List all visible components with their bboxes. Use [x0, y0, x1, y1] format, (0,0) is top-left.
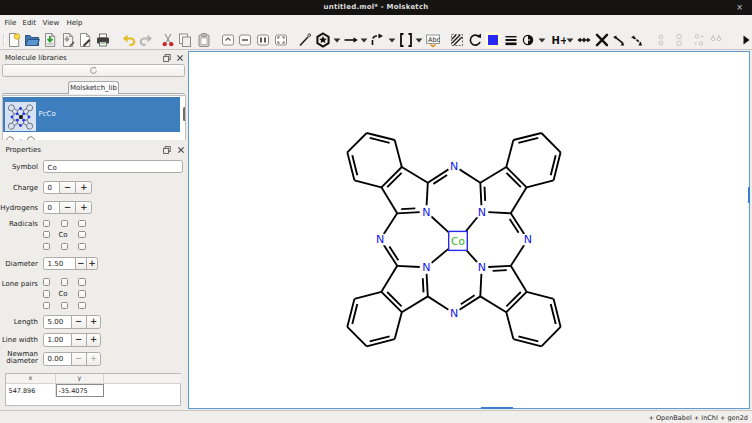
atom-label-n[interactable]: N	[478, 206, 486, 219]
export-icon	[77, 32, 93, 48]
dock-title-properties: Properties	[6, 146, 41, 154]
color-button[interactable]	[485, 32, 501, 48]
lone-pairs-center-label: Co	[58, 290, 67, 298]
coordinate-y-cell[interactable]: -35.4075	[56, 384, 104, 397]
dock-close-icon[interactable]	[177, 146, 185, 154]
zoom-original-button[interactable]	[255, 32, 271, 48]
lone-pairs-checkbox-1-0[interactable]	[43, 290, 50, 297]
newman-diameter-value[interactable]: 0.00	[43, 352, 72, 366]
lone-pairs-checkbox-2-2[interactable]	[78, 302, 85, 309]
redo-button[interactable]	[138, 32, 154, 48]
length-value[interactable]: 5.00	[43, 315, 72, 329]
atom-label-n[interactable]: N	[376, 233, 384, 246]
save-as-button[interactable]	[60, 32, 76, 48]
lone-pair-small-button	[653, 32, 669, 48]
lone-pairs-checkbox-0-0[interactable]	[43, 278, 50, 285]
line-width-button[interactable]	[503, 32, 519, 48]
save-button[interactable]	[42, 32, 58, 48]
cut-button[interactable]	[160, 32, 176, 48]
charge-value[interactable]: 0	[43, 181, 61, 195]
library-item-next[interactable]	[3, 134, 180, 141]
paste-button[interactable]	[196, 32, 212, 48]
atom-label-n[interactable]: N	[422, 261, 430, 274]
toolbar-overflow-icon	[738, 32, 752, 48]
radicals-checkbox-2-0[interactable]	[43, 243, 50, 250]
zoom-in-button[interactable]	[220, 32, 236, 48]
menu-help[interactable]: Help	[67, 19, 83, 27]
library-scrollbar[interactable]	[183, 107, 186, 121]
canvas-hscrollbar[interactable]	[481, 407, 513, 409]
length-decrement-button[interactable]: −	[71, 315, 87, 329]
lone-pairs-checkbox-2-0[interactable]	[43, 302, 50, 309]
atom-label-n[interactable]: N	[450, 307, 458, 320]
text-button[interactable]: Abc	[425, 32, 441, 48]
dock-float-icon[interactable]	[163, 54, 171, 62]
hydrogens-decrement-button[interactable]: −	[59, 201, 76, 215]
field-label-diameter: Diameter	[0, 260, 38, 268]
charge-dropdown[interactable]	[534, 32, 550, 48]
charge-decrement-button[interactable]: −	[59, 181, 76, 195]
library-refresh-button[interactable]	[2, 64, 185, 77]
draw-button[interactable]	[297, 32, 313, 48]
lone-pairs-checkbox-1-2[interactable]	[78, 290, 85, 297]
lone-pairs-checkbox-2-1[interactable]	[61, 302, 68, 309]
radicals-checkbox-0-0[interactable]	[43, 220, 50, 227]
hydrogens-increment-button[interactable]: +	[75, 201, 92, 215]
window-close-icon[interactable]: ×	[736, 3, 743, 12]
canvas-vscrollbar[interactable]	[748, 187, 750, 203]
draw-icon	[297, 32, 313, 48]
line-width-value[interactable]: 1.00	[43, 333, 72, 347]
radicals-checkbox-1-0[interactable]	[43, 231, 50, 238]
hash-bond-button[interactable]	[449, 32, 465, 48]
export-button[interactable]	[77, 32, 93, 48]
toolbar-overflow-button[interactable]	[738, 32, 752, 48]
line-width-increment-button[interactable]: +	[86, 333, 102, 347]
redo-icon	[138, 32, 154, 48]
line-width-decrement-button[interactable]: −	[71, 333, 87, 347]
diameter-increment-button[interactable]: +	[86, 257, 98, 271]
library-item-pcco[interactable]: PcCo	[3, 97, 180, 132]
mechanism-tool-2-button[interactable]	[629, 32, 645, 48]
undo-button[interactable]	[121, 32, 137, 48]
connect-button[interactable]	[576, 32, 592, 48]
copy-button[interactable]	[177, 32, 193, 48]
menu-file[interactable]: File	[5, 19, 17, 27]
radicals-checkbox-2-2[interactable]	[78, 243, 85, 250]
atom-label-n[interactable]: N	[524, 233, 532, 246]
atom-label-co[interactable]: Co	[451, 235, 465, 247]
zoom-fit-button[interactable]	[273, 32, 289, 48]
radicals-checkbox-0-1[interactable]	[61, 220, 68, 227]
field-label-hydrogens: Hydrogens	[0, 204, 38, 212]
coordinate-x-cell[interactable]: 547.896	[6, 384, 56, 397]
mechanism-tool-1-button[interactable]	[611, 32, 627, 48]
rotate-button[interactable]	[467, 32, 483, 48]
newman-diameter-increment-button[interactable]: +	[86, 352, 102, 366]
atom-label-n[interactable]: N	[478, 261, 486, 274]
print-button[interactable]	[95, 32, 111, 48]
atom-label-n[interactable]: N	[450, 160, 458, 173]
hydrogens-value[interactable]: 0	[43, 201, 61, 215]
radicals-checkbox-0-2[interactable]	[78, 220, 85, 227]
menu-edit[interactable]: Edit	[23, 19, 37, 27]
radicals-checkbox-2-1[interactable]	[61, 243, 68, 250]
radicals-checkbox-1-2[interactable]	[78, 231, 85, 238]
newman-diameter-decrement-button[interactable]: −	[71, 352, 87, 366]
library-tab-molsketch-lib[interactable]: Molsketch_lib	[68, 81, 119, 94]
dock-float-icon[interactable]	[163, 146, 171, 154]
delete-button[interactable]	[594, 32, 610, 48]
drawing-canvas[interactable]: CoNNNNNNNN	[188, 51, 750, 409]
length-increment-button[interactable]: +	[86, 315, 102, 329]
zoom-out-button[interactable]	[237, 32, 253, 48]
lone-pairs-checkbox-0-2[interactable]	[78, 278, 85, 285]
new-document-button[interactable]	[6, 32, 22, 48]
charge-increment-button[interactable]: +	[75, 181, 92, 195]
menu-view[interactable]: View	[43, 19, 60, 27]
atom-label-n[interactable]: N	[422, 206, 430, 219]
lone-pairs-checkbox-0-1[interactable]	[61, 278, 68, 285]
diameter-value[interactable]: 1.50	[43, 257, 76, 271]
dock-close-icon[interactable]	[176, 54, 184, 62]
symbol-field[interactable]: Co	[43, 160, 183, 173]
new-document-icon	[6, 32, 22, 48]
open-file-button[interactable]	[24, 32, 40, 48]
toolbar-handle[interactable]	[3, 34, 5, 46]
